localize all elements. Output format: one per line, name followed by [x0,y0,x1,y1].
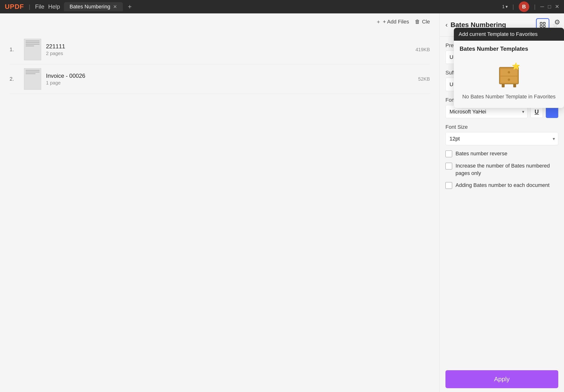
settings-icon[interactable]: ⚙ [554,18,560,26]
plus-icon: ＋ [376,18,381,25]
checkbox-row-adding: Adding Bates number to each document [445,182,558,189]
favorites-header: Bates Number Templates [454,41,564,54]
bates-reverse-checkbox[interactable] [445,150,452,157]
bates-reverse-label: Bates number reverse [455,150,507,158]
clear-label: Cle [422,19,430,25]
minimize-button[interactable]: ─ [540,4,544,10]
apply-button[interactable]: Apply [445,370,558,388]
tab-title: Bates Numbering [70,4,110,10]
favorites-overlay: Add current Template to Favorites Bates … [454,28,564,108]
file-thumbnail [24,68,41,90]
sep2: | [512,3,514,10]
panel-back-icon[interactable]: ‹ [445,21,448,29]
bates-adding-checkbox[interactable] [445,182,452,189]
clear-button[interactable]: 🗑 Cle [415,19,430,25]
tab-close-icon[interactable]: ✕ [113,4,117,10]
svg-rect-1 [543,23,545,24]
font-size-select-wrapper: 8pt 9pt 10pt 11pt 12pt 14pt 16pt 18pt ▾ [445,132,558,145]
close-button[interactable]: ✕ [555,4,559,10]
separator: | [29,3,30,10]
file-info: 221111 2 pages [46,43,411,56]
svg-point-7 [508,71,510,73]
add-files-button[interactable]: ＋ + Add Files [376,18,409,25]
add-files-label: + Add Files [383,19,409,25]
menu-file[interactable]: File [35,3,44,10]
main-area: ＋ + Add Files 🗑 Cle 1. [0,14,564,392]
svg-rect-11 [513,84,516,87]
list-item: 2. Invoice - 00026 1 page 52KB [10,64,430,94]
font-size-label: Font Size [445,124,558,130]
font-size-select[interactable]: 8pt 9pt 10pt 11pt 12pt 14pt 16pt 18pt [445,132,558,145]
titlebar: UPDF | File Help Bates Numbering ✕ + 1 ▾… [0,0,564,14]
titlebar-right: 1 ▾ | B | ─ □ ✕ [502,1,559,12]
checkbox-row-increase: Increase the number of Bates numbered pa… [445,162,558,177]
file-toolbar: ＋ + Add Files 🗑 Cle [0,14,439,30]
cabinet-icon: ⭐ [494,59,523,91]
file-size: 52KB [418,76,430,82]
bates-increase-label: Increase the number of Bates numbered pa… [455,162,558,177]
file-info: Invoice - 00026 1 page [46,72,413,86]
version-number: 1 [502,4,505,9]
trash-icon: 🗑 [415,19,420,25]
user-avatar[interactable]: B [519,1,529,12]
file-name: 221111 [46,43,411,50]
svg-text:⭐: ⭐ [512,62,520,70]
svg-point-9 [508,79,510,81]
right-panel: ‹ Bates Numbering ☆ Add current Template… [439,14,564,392]
file-name: Invoice - 00026 [46,72,413,79]
file-pages: 1 page [46,80,413,86]
file-size: 419KB [416,47,430,53]
svg-rect-3 [543,25,545,27]
maximize-button[interactable]: □ [548,4,551,10]
favorites-tooltip-text: Add current Template to Favorites [454,28,564,41]
file-thumbnail [24,39,41,60]
file-number: 1. [10,46,19,53]
bates-adding-label: Adding Bates number to each document [455,182,550,189]
chevron-down-icon: ▾ [506,4,508,9]
file-number: 2. [10,76,19,82]
menu-help[interactable]: Help [48,3,60,10]
active-tab: Bates Numbering ✕ [64,2,123,11]
list-item: 1. 221111 2 pages 419KB [10,35,430,64]
file-pages: 2 pages [46,51,411,56]
app-logo: UPDF [5,3,24,11]
bates-increase-checkbox[interactable] [445,163,452,169]
new-tab-icon[interactable]: + [128,3,131,11]
sep3: | [534,3,536,10]
svg-rect-10 [502,84,505,87]
svg-rect-0 [540,23,542,24]
checkbox-row-reverse: Bates number reverse [445,150,558,158]
file-area: ＋ + Add Files 🗑 Cle 1. [0,14,439,392]
settings-icon-area: ⚙ [554,18,560,26]
version-selector[interactable]: 1 ▾ [502,4,508,9]
favorites-empty-message: No Bates Number Template in Favorites [462,94,556,100]
favorites-empty-state: ⭐ No Bates Number Template in Favorites [454,54,564,102]
file-list: 1. 221111 2 pages 419KB 2. [0,30,439,392]
svg-rect-2 [540,25,542,27]
